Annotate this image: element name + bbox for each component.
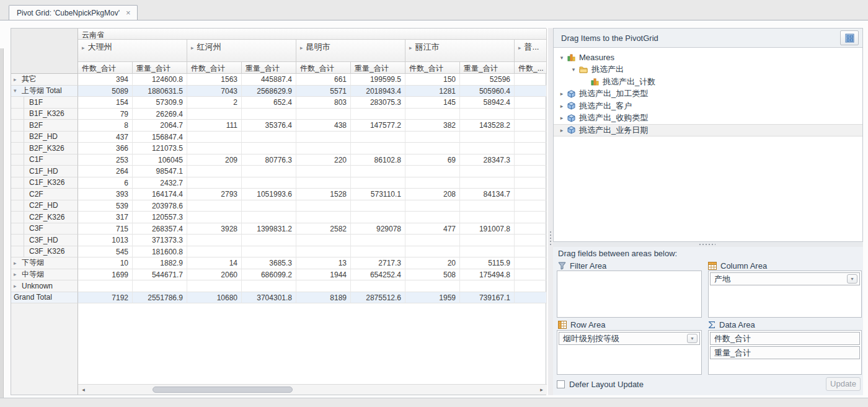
data-cell[interactable]: 7043 bbox=[187, 86, 242, 97]
expand-expanded-icon[interactable]: ▾ bbox=[557, 55, 566, 61]
scroll-left-icon[interactable]: ◂ bbox=[78, 385, 89, 395]
data-cell[interactable] bbox=[78, 280, 133, 292]
data-cell[interactable]: 1399831.2 bbox=[242, 223, 296, 235]
row-header-item[interactable]: B1F bbox=[11, 97, 78, 109]
filter-area-box[interactable] bbox=[557, 271, 702, 318]
data-cell[interactable]: 437 bbox=[78, 132, 133, 143]
data-cell[interactable]: 14 bbox=[187, 257, 242, 269]
data-cell[interactable] bbox=[460, 177, 515, 189]
data-cell-partial[interactable] bbox=[515, 200, 547, 212]
data-cell[interactable] bbox=[296, 132, 351, 143]
row-header-item[interactable]: B1F_K326 bbox=[11, 109, 78, 120]
data-cell[interactable] bbox=[405, 143, 460, 154]
data-cell-partial[interactable] bbox=[515, 269, 547, 281]
row-header-total[interactable]: ▾上等烟 Total bbox=[11, 86, 78, 97]
tab-close-icon[interactable]: × bbox=[126, 9, 131, 17]
data-cell[interactable] bbox=[242, 143, 296, 154]
data-cell[interactable]: 505960.4 bbox=[460, 86, 515, 97]
field-chip[interactable]: 烟叶级别按等级▼ bbox=[559, 332, 700, 345]
data-cell[interactable]: 10 bbox=[78, 257, 133, 269]
data-cell[interactable] bbox=[405, 166, 460, 177]
expand-collapsed-icon[interactable]: ▸ bbox=[518, 45, 521, 51]
data-cell-partial[interactable] bbox=[515, 143, 547, 154]
data-cell-partial[interactable] bbox=[515, 280, 547, 292]
column-header-measure[interactable]: 重量_合计 bbox=[460, 62, 515, 74]
data-cell[interactable] bbox=[351, 235, 405, 246]
tree-item[interactable]: ▸挑选产出_收购类型 bbox=[554, 112, 862, 125]
data-cell[interactable]: 154 bbox=[78, 97, 133, 109]
data-cell[interactable] bbox=[405, 132, 460, 143]
column-header-measure[interactable]: 重量_合计 bbox=[133, 62, 187, 74]
data-cell[interactable]: 150 bbox=[405, 74, 460, 86]
data-cell-partial[interactable] bbox=[515, 189, 547, 200]
horizontal-scrollbar[interactable]: ◂▸ bbox=[78, 384, 547, 395]
data-cell-partial[interactable] bbox=[515, 132, 547, 143]
data-cell[interactable]: 654252.4 bbox=[351, 269, 405, 281]
data-cell[interactable]: 10680 bbox=[187, 292, 242, 304]
data-cell[interactable]: 929078 bbox=[351, 223, 405, 235]
data-cell[interactable]: 739167.1 bbox=[460, 292, 515, 304]
data-cell[interactable]: 2568629.9 bbox=[242, 86, 296, 97]
data-cell[interactable]: 317 bbox=[78, 212, 133, 223]
row-header-item[interactable]: ▸Unknown bbox=[11, 280, 78, 292]
data-cell[interactable]: 508 bbox=[405, 269, 460, 281]
data-cell[interactable] bbox=[296, 235, 351, 246]
data-cell[interactable] bbox=[351, 200, 405, 212]
data-cell[interactable]: 86102.8 bbox=[351, 154, 405, 166]
data-cell[interactable]: 477 bbox=[405, 223, 460, 235]
data-cell[interactable]: 264 bbox=[78, 166, 133, 177]
data-cell[interactable]: 8 bbox=[78, 120, 133, 132]
data-cell[interactable] bbox=[351, 166, 405, 177]
data-cell[interactable]: 803 bbox=[296, 97, 351, 109]
data-cell[interactable]: 20 bbox=[405, 257, 460, 269]
expand-collapsed-icon[interactable]: ▸ bbox=[557, 103, 566, 109]
data-cell[interactable]: 5115.9 bbox=[460, 257, 515, 269]
data-cell[interactable]: 3685.3 bbox=[242, 257, 296, 269]
data-cell[interactable]: 445887.4 bbox=[242, 74, 296, 86]
data-cell[interactable] bbox=[460, 132, 515, 143]
data-cell[interactable]: 1051993.6 bbox=[242, 189, 296, 200]
data-cell[interactable]: 539 bbox=[78, 200, 133, 212]
data-cell[interactable] bbox=[460, 280, 515, 292]
column-header-measure[interactable]: 件数_合计 bbox=[78, 62, 133, 74]
data-cell[interactable]: 191007.8 bbox=[460, 223, 515, 235]
expand-collapsed-icon[interactable]: ▸ bbox=[557, 127, 566, 133]
row-header-item[interactable]: ▸其它 bbox=[11, 74, 78, 86]
data-cell[interactable]: 28347.3 bbox=[460, 154, 515, 166]
data-cell[interactable]: 2 bbox=[187, 97, 242, 109]
data-cell-partial[interactable] bbox=[515, 257, 547, 269]
expand-collapsed-icon[interactable]: ▸ bbox=[191, 45, 194, 51]
data-cell[interactable] bbox=[296, 166, 351, 177]
scroll-right-icon[interactable]: ▸ bbox=[536, 385, 547, 395]
data-cell[interactable]: 1959 bbox=[405, 292, 460, 304]
data-cell[interactable] bbox=[242, 235, 296, 246]
data-cell-partial[interactable] bbox=[515, 292, 547, 304]
data-cell[interactable]: 2551786.9 bbox=[133, 292, 187, 304]
row-header-total[interactable]: Grand Total bbox=[11, 292, 78, 304]
data-cell[interactable] bbox=[460, 143, 515, 154]
data-cell[interactable]: 120557.3 bbox=[133, 212, 187, 223]
expand-collapsed-icon[interactable]: ▸ bbox=[14, 271, 19, 277]
data-cell[interactable]: 438 bbox=[296, 120, 351, 132]
defer-layout-checkbox[interactable] bbox=[557, 380, 565, 388]
data-cell[interactable]: 382 bbox=[405, 120, 460, 132]
data-cell[interactable]: 3928 bbox=[187, 223, 242, 235]
data-cell[interactable] bbox=[405, 177, 460, 189]
row-header-item[interactable]: B2F_HD bbox=[11, 132, 78, 143]
data-cell[interactable]: 1699 bbox=[78, 269, 133, 281]
data-cell[interactable]: 393 bbox=[78, 189, 133, 200]
field-chip[interactable]: 产地▼ bbox=[710, 272, 860, 285]
data-cell[interactable]: 3704301.8 bbox=[242, 292, 296, 304]
data-cell[interactable] bbox=[296, 280, 351, 292]
data-cell[interactable]: 1880631.5 bbox=[133, 86, 187, 97]
data-cell[interactable]: 203978.6 bbox=[133, 200, 187, 212]
data-cell-partial[interactable] bbox=[515, 120, 547, 132]
expand-collapsed-icon[interactable]: ▸ bbox=[557, 91, 566, 97]
data-cell[interactable]: 26269.4 bbox=[133, 109, 187, 120]
column-header-measure[interactable]: 件数_合计 bbox=[405, 62, 460, 74]
data-cell[interactable]: 2717.3 bbox=[351, 257, 405, 269]
data-cell[interactable]: 69 bbox=[405, 154, 460, 166]
data-cell[interactable] bbox=[296, 177, 351, 189]
data-cell[interactable]: 147577.2 bbox=[351, 120, 405, 132]
data-cell[interactable] bbox=[460, 246, 515, 258]
